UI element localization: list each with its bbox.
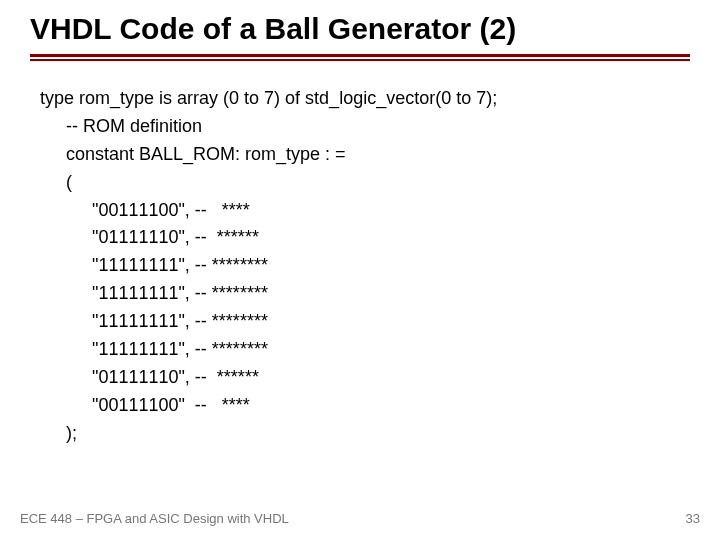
code-line: );: [40, 420, 720, 448]
footer-text: ECE 448 – FPGA and ASIC Design with VHDL: [20, 511, 289, 526]
page-number: 33: [686, 511, 700, 526]
code-block: type rom_type is array (0 to 7) of std_l…: [0, 61, 720, 448]
slide-title: VHDL Code of a Ball Generator (2): [0, 0, 720, 54]
code-line: (: [40, 169, 720, 197]
divider-thick: [30, 54, 690, 57]
code-line: "01111110", -- ******: [40, 224, 720, 252]
code-line: -- ROM definition: [40, 113, 720, 141]
code-line: "11111111", -- ********: [40, 252, 720, 280]
code-line: "11111111", -- ********: [40, 308, 720, 336]
code-line: constant BALL_ROM: rom_type : =: [40, 141, 720, 169]
slide: VHDL Code of a Ball Generator (2) type r…: [0, 0, 720, 540]
code-line: "00111100" -- ****: [40, 392, 720, 420]
code-line: "01111110", -- ******: [40, 364, 720, 392]
code-line: "11111111", -- ********: [40, 336, 720, 364]
code-line: "11111111", -- ********: [40, 280, 720, 308]
code-line: type rom_type is array (0 to 7) of std_l…: [40, 85, 720, 113]
code-line: "00111100", -- ****: [40, 197, 720, 225]
